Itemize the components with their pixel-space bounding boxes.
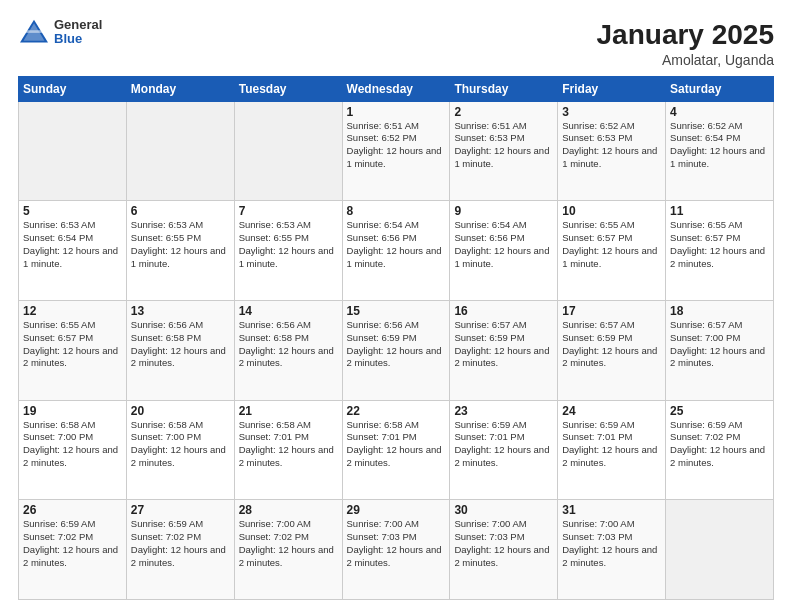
day-number: 26 <box>23 503 122 517</box>
day-number: 15 <box>347 304 446 318</box>
day-info: Sunrise: 6:56 AM Sunset: 6:58 PM Dayligh… <box>131 319 230 370</box>
day-number: 8 <box>347 204 446 218</box>
calendar-week-row: 12Sunrise: 6:55 AM Sunset: 6:57 PM Dayli… <box>19 300 774 400</box>
subtitle: Amolatar, Uganda <box>597 52 774 68</box>
calendar-day-cell: 4Sunrise: 6:52 AM Sunset: 6:54 PM Daylig… <box>666 101 774 201</box>
calendar-day-header: Thursday <box>450 76 558 101</box>
logo-general-text: General <box>54 18 102 32</box>
day-info: Sunrise: 6:57 AM Sunset: 6:59 PM Dayligh… <box>454 319 553 370</box>
day-number: 18 <box>670 304 769 318</box>
day-info: Sunrise: 6:59 AM Sunset: 7:02 PM Dayligh… <box>670 419 769 470</box>
day-number: 13 <box>131 304 230 318</box>
day-number: 20 <box>131 404 230 418</box>
day-number: 24 <box>562 404 661 418</box>
calendar-day-cell: 6Sunrise: 6:53 AM Sunset: 6:55 PM Daylig… <box>126 201 234 301</box>
calendar-day-cell: 13Sunrise: 6:56 AM Sunset: 6:58 PM Dayli… <box>126 300 234 400</box>
calendar-day-header: Sunday <box>19 76 127 101</box>
calendar-day-cell: 12Sunrise: 6:55 AM Sunset: 6:57 PM Dayli… <box>19 300 127 400</box>
day-number: 19 <box>23 404 122 418</box>
day-info: Sunrise: 6:55 AM Sunset: 6:57 PM Dayligh… <box>670 219 769 270</box>
day-number: 2 <box>454 105 553 119</box>
calendar-day-cell: 31Sunrise: 7:00 AM Sunset: 7:03 PM Dayli… <box>558 500 666 600</box>
day-info: Sunrise: 6:53 AM Sunset: 6:54 PM Dayligh… <box>23 219 122 270</box>
day-number: 3 <box>562 105 661 119</box>
day-number: 9 <box>454 204 553 218</box>
day-info: Sunrise: 6:51 AM Sunset: 6:52 PM Dayligh… <box>347 120 446 171</box>
day-info: Sunrise: 6:54 AM Sunset: 6:56 PM Dayligh… <box>454 219 553 270</box>
day-number: 31 <box>562 503 661 517</box>
day-info: Sunrise: 6:52 AM Sunset: 6:53 PM Dayligh… <box>562 120 661 171</box>
page: General Blue January 2025 Amolatar, Ugan… <box>0 0 792 612</box>
calendar-day-cell: 19Sunrise: 6:58 AM Sunset: 7:00 PM Dayli… <box>19 400 127 500</box>
calendar-day-cell: 26Sunrise: 6:59 AM Sunset: 7:02 PM Dayli… <box>19 500 127 600</box>
calendar-day-cell: 3Sunrise: 6:52 AM Sunset: 6:53 PM Daylig… <box>558 101 666 201</box>
day-number: 14 <box>239 304 338 318</box>
calendar-day-cell: 28Sunrise: 7:00 AM Sunset: 7:02 PM Dayli… <box>234 500 342 600</box>
calendar-day-cell: 11Sunrise: 6:55 AM Sunset: 6:57 PM Dayli… <box>666 201 774 301</box>
calendar-day-cell: 7Sunrise: 6:53 AM Sunset: 6:55 PM Daylig… <box>234 201 342 301</box>
day-info: Sunrise: 6:58 AM Sunset: 7:00 PM Dayligh… <box>23 419 122 470</box>
calendar-day-cell: 20Sunrise: 6:58 AM Sunset: 7:00 PM Dayli… <box>126 400 234 500</box>
day-info: Sunrise: 6:58 AM Sunset: 7:00 PM Dayligh… <box>131 419 230 470</box>
calendar-day-cell: 27Sunrise: 6:59 AM Sunset: 7:02 PM Dayli… <box>126 500 234 600</box>
day-info: Sunrise: 6:59 AM Sunset: 7:01 PM Dayligh… <box>454 419 553 470</box>
day-info: Sunrise: 6:59 AM Sunset: 7:02 PM Dayligh… <box>131 518 230 569</box>
calendar-day-cell: 29Sunrise: 7:00 AM Sunset: 7:03 PM Dayli… <box>342 500 450 600</box>
day-number: 17 <box>562 304 661 318</box>
calendar-day-cell: 18Sunrise: 6:57 AM Sunset: 7:00 PM Dayli… <box>666 300 774 400</box>
day-number: 10 <box>562 204 661 218</box>
day-number: 6 <box>131 204 230 218</box>
day-number: 5 <box>23 204 122 218</box>
calendar-day-cell: 8Sunrise: 6:54 AM Sunset: 6:56 PM Daylig… <box>342 201 450 301</box>
calendar-week-row: 26Sunrise: 6:59 AM Sunset: 7:02 PM Dayli… <box>19 500 774 600</box>
day-info: Sunrise: 6:56 AM Sunset: 6:59 PM Dayligh… <box>347 319 446 370</box>
day-number: 27 <box>131 503 230 517</box>
day-info: Sunrise: 6:54 AM Sunset: 6:56 PM Dayligh… <box>347 219 446 270</box>
calendar-day-cell: 15Sunrise: 6:56 AM Sunset: 6:59 PM Dayli… <box>342 300 450 400</box>
day-info: Sunrise: 6:57 AM Sunset: 7:00 PM Dayligh… <box>670 319 769 370</box>
calendar-day-cell: 2Sunrise: 6:51 AM Sunset: 6:53 PM Daylig… <box>450 101 558 201</box>
day-number: 4 <box>670 105 769 119</box>
day-number: 21 <box>239 404 338 418</box>
day-info: Sunrise: 6:58 AM Sunset: 7:01 PM Dayligh… <box>239 419 338 470</box>
day-info: Sunrise: 6:58 AM Sunset: 7:01 PM Dayligh… <box>347 419 446 470</box>
calendar-day-header: Tuesday <box>234 76 342 101</box>
day-number: 30 <box>454 503 553 517</box>
calendar-day-cell: 16Sunrise: 6:57 AM Sunset: 6:59 PM Dayli… <box>450 300 558 400</box>
calendar-day-cell: 1Sunrise: 6:51 AM Sunset: 6:52 PM Daylig… <box>342 101 450 201</box>
calendar-day-header: Monday <box>126 76 234 101</box>
logo-icon <box>18 18 50 46</box>
day-info: Sunrise: 6:59 AM Sunset: 7:01 PM Dayligh… <box>562 419 661 470</box>
day-number: 1 <box>347 105 446 119</box>
day-number: 28 <box>239 503 338 517</box>
calendar-table: SundayMondayTuesdayWednesdayThursdayFrid… <box>18 76 774 600</box>
calendar-week-row: 1Sunrise: 6:51 AM Sunset: 6:52 PM Daylig… <box>19 101 774 201</box>
calendar-day-cell: 9Sunrise: 6:54 AM Sunset: 6:56 PM Daylig… <box>450 201 558 301</box>
calendar-week-row: 5Sunrise: 6:53 AM Sunset: 6:54 PM Daylig… <box>19 201 774 301</box>
calendar-day-cell: 10Sunrise: 6:55 AM Sunset: 6:57 PM Dayli… <box>558 201 666 301</box>
day-number: 11 <box>670 204 769 218</box>
calendar-day-header: Wednesday <box>342 76 450 101</box>
day-number: 22 <box>347 404 446 418</box>
day-info: Sunrise: 7:00 AM Sunset: 7:03 PM Dayligh… <box>454 518 553 569</box>
day-number: 25 <box>670 404 769 418</box>
logo-text: General Blue <box>54 18 102 47</box>
main-title: January 2025 <box>597 18 774 52</box>
day-info: Sunrise: 6:53 AM Sunset: 6:55 PM Dayligh… <box>239 219 338 270</box>
calendar-day-cell <box>666 500 774 600</box>
calendar-day-cell: 25Sunrise: 6:59 AM Sunset: 7:02 PM Dayli… <box>666 400 774 500</box>
calendar-day-header: Saturday <box>666 76 774 101</box>
day-number: 29 <box>347 503 446 517</box>
calendar-day-cell <box>234 101 342 201</box>
logo-blue-text: Blue <box>54 32 102 46</box>
day-info: Sunrise: 6:55 AM Sunset: 6:57 PM Dayligh… <box>562 219 661 270</box>
calendar-day-cell: 21Sunrise: 6:58 AM Sunset: 7:01 PM Dayli… <box>234 400 342 500</box>
calendar-week-row: 19Sunrise: 6:58 AM Sunset: 7:00 PM Dayli… <box>19 400 774 500</box>
calendar-day-cell: 14Sunrise: 6:56 AM Sunset: 6:58 PM Dayli… <box>234 300 342 400</box>
day-info: Sunrise: 6:52 AM Sunset: 6:54 PM Dayligh… <box>670 120 769 171</box>
title-block: January 2025 Amolatar, Uganda <box>597 18 774 68</box>
calendar-day-cell: 5Sunrise: 6:53 AM Sunset: 6:54 PM Daylig… <box>19 201 127 301</box>
calendar-day-header: Friday <box>558 76 666 101</box>
day-info: Sunrise: 6:55 AM Sunset: 6:57 PM Dayligh… <box>23 319 122 370</box>
calendar-header-row: SundayMondayTuesdayWednesdayThursdayFrid… <box>19 76 774 101</box>
